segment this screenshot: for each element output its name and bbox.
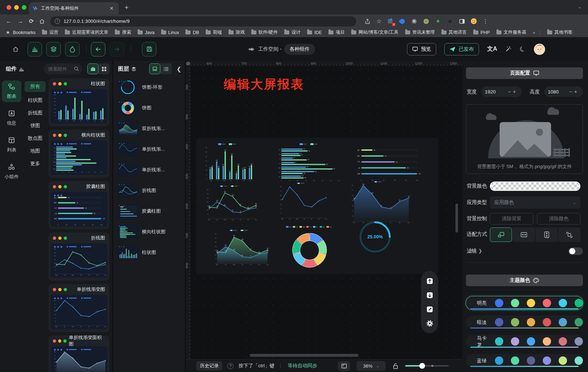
bg-color-swatch[interactable] [490,181,580,191]
width-stepper[interactable]: 1920 −+ [481,86,522,97]
zoom-slider[interactable] [405,363,449,369]
bookmarks-star-icon[interactable]: ★ [6,30,10,35]
browser-tab[interactable]: 工作空间-各种组件 ✕ [29,2,119,14]
bookmark-item[interactable]: DB [185,29,199,35]
layers-toggle-button[interactable] [46,42,61,57]
export-button[interactable] [425,277,434,285]
horizontal-scrollbar[interactable] [250,354,358,357]
editor-canvas[interactable]: 6007008009001000110012001300 20030040050… [185,61,462,372]
edit-button[interactable] [425,305,434,314]
category-饼图[interactable]: 饼图 [25,119,46,132]
bookmark-item[interactable]: 游戏 [228,29,245,35]
theme-color-header[interactable]: 主题颜色 [466,275,583,286]
rail-tab-图表[interactable]: 图表 [2,80,21,102]
help-icon[interactable]: ? [227,363,234,369]
browser-menu-icon[interactable]: ⋮ [483,18,488,25]
canvas-chart-bar-grouped[interactable]: data1data2050100150200250300350120136Mon… [202,142,256,183]
user-avatar[interactable] [534,43,545,55]
view-grid-toggle[interactable] [98,63,110,74]
rail-tab-小组件[interactable]: 小组件 [2,161,21,183]
component-card[interactable]: 单折线渐变图0295786114143171200MonTueWedThuFri… [49,284,109,332]
fit-height-button[interactable] [536,227,558,242]
layers-thumbnail-toggle[interactable] [149,63,160,74]
collapse-panel-icon[interactable]: ❮ [177,66,181,72]
layer-item[interactable]: 横向柱状图 [113,221,185,242]
bookmark-item[interactable]: 运营 [42,29,58,35]
extension-drop-icon[interactable] [399,18,406,25]
extension-badge-icon[interactable]: 9 [387,18,394,25]
workspace-name-pill[interactable]: 各种组件 [285,44,315,55]
settings-gear-button[interactable] [425,319,434,328]
other-bookmarks[interactable]: 其他书签 [547,29,572,35]
canvas-chart-progress-ring[interactable]: 25.00% [358,220,392,254]
bookmark-item[interactable]: Linux [161,29,179,35]
app-type-select[interactable]: 应用颜色 ⌄ [490,196,580,209]
stepper-minus-plus-icons[interactable]: −+ [508,89,518,95]
page-config-header[interactable]: 页面配置 [466,67,583,79]
theme-toggle-button[interactable] [65,42,80,57]
width-value[interactable]: 1920 [485,89,496,95]
bookmark-item[interactable]: 项目 [328,29,345,35]
clear-background-button[interactable]: 清除背景 [490,213,533,225]
layers-list-toggle[interactable] [160,63,172,74]
bookmark-item[interactable]: 资讯未整理 [405,29,435,35]
height-value[interactable]: 1080 [548,89,559,95]
new-tab-button[interactable]: + [125,4,129,12]
theme-row-马卡龙[interactable]: 马卡龙 [466,335,583,348]
background-upload-dropzone[interactable]: 背景图需小于 5M， 格式为 png/jpg/gif 的文件 [466,104,583,174]
clear-color-button[interactable]: 清除颜色 [537,213,580,225]
component-card[interactable]: 横向柱状图050100150200250300350MonTueWedThuFr… [49,130,109,178]
traffic-maximize-icon[interactable] [22,5,26,10]
vertical-scrollbar[interactable] [455,204,458,233]
layer-item[interactable]: 双折线渐... [113,118,185,139]
site-info-icon[interactable]: i [55,18,60,24]
layer-item[interactable]: 柱状图 [113,242,185,263]
view-single-toggle[interactable] [87,63,98,74]
app-home-icon[interactable] [12,46,19,53]
bookmark-item[interactable]: IDE [307,29,322,35]
import-button[interactable] [425,291,434,300]
canvas-chart-bar-horizontal[interactable]: data1data2050100150200250300350120136Mon… [276,142,345,183]
category-更多[interactable]: 更多 [25,157,46,170]
bookmark-item[interactable]: 前端 [206,29,222,35]
extension-star-icon[interactable]: ✶ [435,18,441,25]
profile-avatar-icon[interactable] [471,18,477,25]
tab-close-icon[interactable]: ✕ [108,5,115,11]
component-card[interactable]: 柱状图050100150200250300350MonTueWedThuFriS… [49,78,109,126]
rail-tab-列表[interactable]: 列表 [2,134,21,156]
canvas-board[interactable]: data1data2050100150200250300350120136Mon… [196,138,438,274]
filter-toggle[interactable] [568,247,583,255]
canvas-chart-line-gradient[interactable]: data102957861141431712001202001508070110… [348,180,411,225]
canvas-chart-line-single[interactable]: data10295786114143171200MonTueWedThuFriS… [277,181,328,222]
preview-button[interactable]: 预览 [407,43,436,55]
bookmark-item[interactable]: 其他语言 [441,29,467,35]
traffic-close-icon[interactable] [7,5,11,10]
home-icon[interactable] [39,18,45,25]
bookmark-item[interactable]: 设计 [284,29,301,35]
extension-command-icon[interactable]: ⌘ [411,18,417,25]
fit-stretch-button[interactable] [558,227,580,242]
url-bar[interactable]: i 127.0.0.1:3000/#/chart/home/9 [50,16,356,26]
extension-circle-icon[interactable] [423,18,429,25]
undo-button[interactable] [91,42,105,57]
bookmark-item[interactable]: 搜索 [115,29,131,35]
dark-mode-moon-icon[interactable]: ☾ [518,44,527,54]
theme-row-明亮[interactable]: 明亮 [466,296,583,310]
forward-icon[interactable]: → [17,18,23,25]
layer-item[interactable]: 饼图 [113,97,185,118]
traffic-minimize-icon[interactable] [14,5,19,10]
extension-pin-icon[interactable] [447,18,453,25]
tab-search-caret-icon[interactable]: ⌄ [578,4,581,9]
canvas-chart-capsule[interactable]: 厦门20南阳40北京60上海80新疆100020406080100 [354,144,423,182]
bookmark-item[interactable]: Java [138,29,154,35]
bookmarks-overflow[interactable]: » [533,30,535,35]
bookmarks-label[interactable]: Bookmarks [13,30,36,35]
category-散点图[interactable]: 散点图 [25,132,46,145]
redo-button[interactable] [110,42,124,57]
bookmark-star-icon[interactable]: ☆ [376,18,381,25]
component-card[interactable]: 胶囊柱图厦门20南阳40北京60上海80新疆100020406080100 [49,181,109,229]
theme-row-暗淡[interactable]: 暗淡 [466,315,583,329]
zoom-select[interactable]: 36% ⌄ [357,361,386,371]
ruler-corner[interactable] [185,61,190,66]
component-card[interactable]: 单折线渐变面积图0295786114143171200MonTueWedThuF… [49,335,109,372]
